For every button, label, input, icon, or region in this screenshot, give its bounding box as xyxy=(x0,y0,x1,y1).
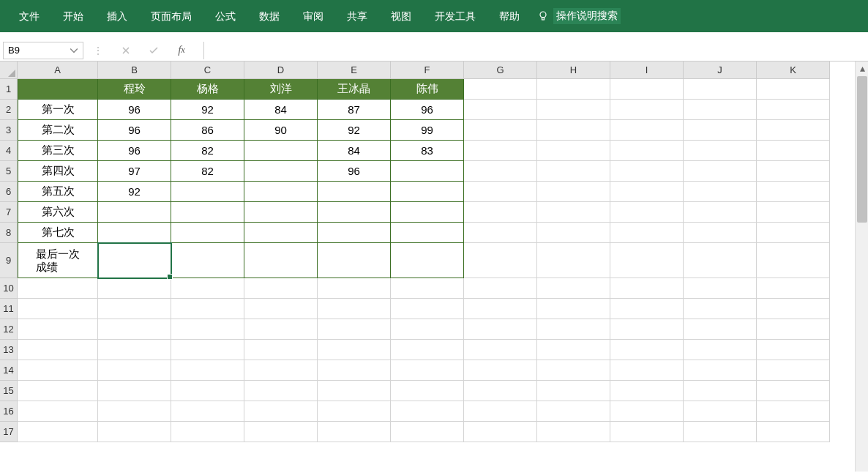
cell-E7[interactable] xyxy=(318,202,391,223)
select-all-corner[interactable] xyxy=(0,62,18,79)
cell-I15[interactable] xyxy=(610,381,684,401)
cell-G15[interactable] xyxy=(464,381,537,401)
cell-G6[interactable] xyxy=(464,182,537,202)
cell-I10[interactable] xyxy=(610,278,684,299)
cell-C14[interactable] xyxy=(171,360,244,381)
cell-F8[interactable] xyxy=(391,223,464,243)
cell-I11[interactable] xyxy=(610,299,684,319)
cell-J12[interactable] xyxy=(684,319,757,340)
cell-K16[interactable] xyxy=(757,401,830,422)
cell-I4[interactable] xyxy=(610,141,684,161)
scroll-thumb[interactable] xyxy=(857,76,867,223)
cell-E16[interactable] xyxy=(318,401,391,422)
col-header-J[interactable]: J xyxy=(684,62,757,79)
cell-E1[interactable]: 王冰晶 xyxy=(318,79,391,100)
cell-H9[interactable] xyxy=(537,243,610,278)
cell-J9[interactable] xyxy=(684,243,757,278)
row-header-17[interactable]: 17 xyxy=(0,422,18,442)
cell-H11[interactable] xyxy=(537,299,610,319)
cell-A3[interactable]: 第二次 xyxy=(18,120,98,141)
row-header-7[interactable]: 7 xyxy=(0,202,18,223)
cell-C7[interactable] xyxy=(171,202,244,223)
col-header-A[interactable]: A xyxy=(18,62,98,79)
cell-J7[interactable] xyxy=(684,202,757,223)
cell-F9[interactable] xyxy=(391,243,464,278)
cell-G8[interactable] xyxy=(464,223,537,243)
cancel-icon[interactable] xyxy=(119,43,133,58)
cell-E10[interactable] xyxy=(318,278,391,299)
cell-I8[interactable] xyxy=(610,223,684,243)
cell-J4[interactable] xyxy=(684,141,757,161)
cell-J13[interactable] xyxy=(684,340,757,360)
cell-D16[interactable] xyxy=(244,401,318,422)
col-header-I[interactable]: I xyxy=(610,62,684,79)
cell-K10[interactable] xyxy=(757,278,830,299)
cell-G2[interactable] xyxy=(464,100,537,120)
cell-K17[interactable] xyxy=(757,422,830,442)
cell-H10[interactable] xyxy=(537,278,610,299)
cell-G7[interactable] xyxy=(464,202,537,223)
row-header-12[interactable]: 12 xyxy=(0,319,18,340)
col-header-G[interactable]: G xyxy=(464,62,537,79)
cell-D14[interactable] xyxy=(244,360,318,381)
scroll-up-icon[interactable]: ▴ xyxy=(856,62,868,75)
col-header-F[interactable]: F xyxy=(391,62,464,79)
cell-J10[interactable] xyxy=(684,278,757,299)
cell-C11[interactable] xyxy=(171,299,244,319)
cell-B12[interactable] xyxy=(98,319,171,340)
ribbon-tab-共享[interactable]: 共享 xyxy=(335,0,379,32)
cell-A16[interactable] xyxy=(18,401,98,422)
row-header-16[interactable]: 16 xyxy=(0,401,18,422)
cell-D15[interactable] xyxy=(244,381,318,401)
row-header-2[interactable]: 2 xyxy=(0,100,18,120)
ribbon-tab-开发工具[interactable]: 开发工具 xyxy=(423,0,487,32)
fb-dots-icon[interactable]: ⋮ xyxy=(91,43,105,58)
cell-F15[interactable] xyxy=(391,381,464,401)
cell-H7[interactable] xyxy=(537,202,610,223)
cell-D4[interactable] xyxy=(244,141,318,161)
cell-B3[interactable]: 96 xyxy=(98,120,171,141)
row-header-1[interactable]: 1 xyxy=(0,79,18,100)
cell-C17[interactable] xyxy=(171,422,244,442)
cell-G3[interactable] xyxy=(464,120,537,141)
cell-D8[interactable] xyxy=(244,223,318,243)
col-header-K[interactable]: K xyxy=(757,62,830,79)
cell-K7[interactable] xyxy=(757,202,830,223)
cell-J1[interactable] xyxy=(684,79,757,100)
cell-A8[interactable]: 第七次 xyxy=(18,223,98,243)
cell-A1[interactable] xyxy=(18,79,98,100)
cell-C5[interactable]: 82 xyxy=(171,161,244,182)
cell-F5[interactable] xyxy=(391,161,464,182)
col-header-D[interactable]: D xyxy=(244,62,318,79)
cell-F3[interactable]: 99 xyxy=(391,120,464,141)
cell-G12[interactable] xyxy=(464,319,537,340)
cell-G4[interactable] xyxy=(464,141,537,161)
cell-I17[interactable] xyxy=(610,422,684,442)
cell-A9[interactable]: 最后一次成绩 xyxy=(18,243,98,278)
cell-B5[interactable]: 97 xyxy=(98,161,171,182)
cell-F12[interactable] xyxy=(391,319,464,340)
cell-J17[interactable] xyxy=(684,422,757,442)
ribbon-tab-数据[interactable]: 数据 xyxy=(247,0,291,32)
ribbon-tab-开始[interactable]: 开始 xyxy=(51,0,95,32)
cell-A10[interactable] xyxy=(18,278,98,299)
cell-I14[interactable] xyxy=(610,360,684,381)
cell-K5[interactable] xyxy=(757,161,830,182)
cell-E2[interactable]: 87 xyxy=(318,100,391,120)
cell-B17[interactable] xyxy=(98,422,171,442)
cell-E11[interactable] xyxy=(318,299,391,319)
cell-J16[interactable] xyxy=(684,401,757,422)
cell-F7[interactable] xyxy=(391,202,464,223)
row-header-11[interactable]: 11 xyxy=(0,299,18,319)
cell-C2[interactable]: 92 xyxy=(171,100,244,120)
ribbon-tab-文件[interactable]: 文件 xyxy=(7,0,51,32)
ribbon-tab-审阅[interactable]: 审阅 xyxy=(291,0,335,32)
cell-J8[interactable] xyxy=(684,223,757,243)
cell-D1[interactable]: 刘洋 xyxy=(244,79,318,100)
cell-H8[interactable] xyxy=(537,223,610,243)
cell-D2[interactable]: 84 xyxy=(244,100,318,120)
ribbon-tab-公式[interactable]: 公式 xyxy=(203,0,247,32)
cell-A15[interactable] xyxy=(18,381,98,401)
cell-E12[interactable] xyxy=(318,319,391,340)
cell-J5[interactable] xyxy=(684,161,757,182)
